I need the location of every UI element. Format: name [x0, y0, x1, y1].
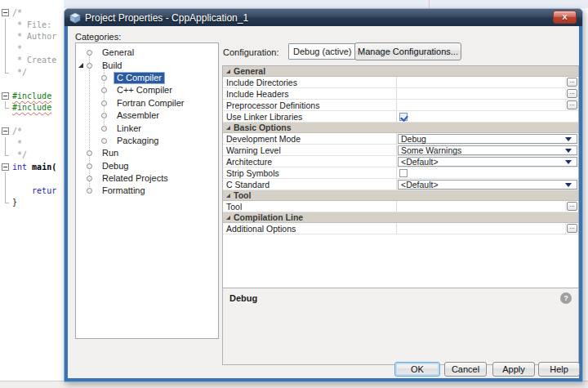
- section-collapse-icon: [226, 126, 230, 130]
- tree-item-related-projects[interactable]: Related Projects: [76, 172, 218, 185]
- browse-ellipsis-button[interactable]: ...: [567, 224, 577, 233]
- code-line: *: [0, 137, 22, 149]
- use-linker-libraries-checkbox[interactable]: [399, 113, 408, 121]
- tree-item-packaging[interactable]: Packaging: [76, 135, 218, 147]
- code-line: [0, 172, 12, 185]
- help-circle-icon[interactable]: ?: [560, 292, 572, 304]
- project-properties-dialog: Project Properties - CppApplication_1 X …: [64, 8, 583, 382]
- code-editor[interactable]: /* * File: * Author * * Create */ #inclu…: [0, 0, 64, 381]
- tree-item-c-compiler[interactable]: C Compiler: [76, 72, 218, 84]
- cancel-button[interactable]: Cancel: [444, 362, 487, 377]
- help-button[interactable]: Help: [538, 362, 580, 377]
- development-mode-select[interactable]: Debug: [398, 134, 577, 144]
- dialog-content: Categories: General Build C Compiler C++…: [68, 26, 579, 378]
- fold-collapse-icon[interactable]: [0, 7, 12, 19]
- description-title: Debug: [229, 293, 572, 303]
- property-label: Preprocessor Definitions: [223, 100, 397, 110]
- tree-item-general[interactable]: General: [76, 47, 218, 59]
- property-label: Development Mode: [223, 133, 397, 144]
- dialog-titlebar[interactable]: Project Properties - CppApplication_1 X: [65, 9, 582, 26]
- dropdown-arrow-icon: [565, 183, 572, 187]
- browse-ellipsis-button[interactable]: ...: [567, 100, 577, 109]
- c-standard-select[interactable]: <Default>: [398, 180, 577, 190]
- close-button[interactable]: X: [553, 11, 577, 24]
- tree-item-fortran-compiler[interactable]: Fortran Compiler: [76, 97, 218, 109]
- node-icon: [87, 188, 92, 194]
- browse-ellipsis-button[interactable]: ...: [567, 89, 577, 98]
- property-label: Include Directories: [223, 77, 397, 87]
- apply-button[interactable]: Apply: [492, 362, 535, 377]
- node-icon: [87, 63, 92, 69]
- include-directories-value[interactable]: [397, 77, 565, 87]
- property-row: Include Directories ...: [223, 77, 578, 88]
- expand-triangle-icon[interactable]: [78, 63, 83, 68]
- code-line: * Create: [0, 54, 56, 66]
- code-line: *: [0, 42, 22, 55]
- tree-item-debug[interactable]: Debug: [76, 160, 218, 172]
- code-line: #include: [0, 90, 51, 102]
- property-row: Tool ...: [223, 201, 578, 212]
- section-collapse-icon: [226, 194, 230, 198]
- section-header-basic-options[interactable]: Basic Options: [223, 123, 578, 133]
- configuration-label: Configuration:: [223, 47, 279, 57]
- property-label: Tool: [223, 201, 397, 212]
- section-header-tool[interactable]: Tool: [223, 190, 578, 201]
- property-label: Architecture: [223, 156, 397, 167]
- property-row: Additional Options ...: [223, 223, 578, 234]
- code-line: [0, 114, 12, 126]
- property-label: C Standard: [223, 179, 397, 190]
- property-row: Preprocessor Definitions ...: [223, 100, 578, 111]
- code-line: retur: [0, 185, 56, 197]
- code-line: [0, 78, 12, 90]
- property-row: Warning Level Some Warnings: [223, 145, 578, 156]
- fold-collapse-icon[interactable]: [0, 90, 12, 102]
- include-headers-value[interactable]: [397, 88, 565, 99]
- tree-item-run[interactable]: Run: [76, 147, 218, 159]
- ide-top-strip: [49, 0, 588, 8]
- screen: /* * File: * Author * * Create */ #inclu…: [0, 0, 588, 388]
- description-panel: Debug ?: [223, 288, 578, 364]
- code-line: /*: [0, 7, 22, 19]
- code-line: #include: [0, 101, 51, 114]
- fold-collapse-icon[interactable]: [0, 125, 12, 137]
- property-row: Strip Symbols: [223, 167, 578, 179]
- node-icon: [101, 138, 107, 144]
- manage-configurations-button[interactable]: Manage Configurations...: [354, 42, 461, 60]
- property-label: Warning Level: [223, 145, 397, 155]
- section-header-compilation-line[interactable]: Compilation Line: [223, 212, 578, 223]
- tree-item-cpp-compiler[interactable]: C++ Compiler: [76, 84, 218, 96]
- section-collapse-icon: [226, 69, 230, 74]
- architecture-select[interactable]: <Default>: [398, 157, 577, 167]
- tree-item-linker[interactable]: Linker: [76, 122, 218, 134]
- dropdown-arrow-icon: [565, 137, 572, 141]
- code-line: /*: [0, 125, 22, 137]
- code-line: */: [0, 149, 27, 161]
- property-row: Include Headers ...: [223, 88, 578, 100]
- node-icon: [101, 87, 107, 93]
- property-row: Architecture <Default>: [223, 156, 578, 167]
- property-label: Use Linker Libraries: [223, 111, 397, 122]
- node-icon: [87, 150, 92, 156]
- browse-ellipsis-button[interactable]: ...: [567, 78, 577, 87]
- tree-item-build[interactable]: Build: [76, 59, 218, 71]
- dialog-title: Project Properties - CppApplication_1: [85, 12, 248, 24]
- ok-button[interactable]: OK: [394, 362, 440, 377]
- node-icon: [101, 126, 107, 132]
- property-row: Development Mode Debug: [223, 133, 578, 145]
- fold-collapse-icon[interactable]: [0, 161, 12, 173]
- editor-margin-line: [429, 0, 430, 8]
- warning-level-select[interactable]: Some Warnings: [398, 145, 577, 155]
- tree-item-formatting[interactable]: Formatting: [76, 185, 218, 197]
- property-row: C Standard <Default>: [223, 179, 578, 190]
- tool-value[interactable]: [397, 201, 565, 212]
- tree-item-assembler[interactable]: Assembler: [76, 109, 218, 122]
- additional-options-value[interactable]: [397, 223, 565, 234]
- property-label: Strip Symbols: [223, 167, 397, 178]
- browse-ellipsis-button[interactable]: ...: [567, 202, 577, 211]
- property-sheet: General Include Directories ... Include …: [222, 65, 579, 365]
- strip-symbols-checkbox[interactable]: [399, 169, 408, 177]
- preprocessor-definitions-value[interactable]: [397, 100, 565, 110]
- section-header-general[interactable]: General: [223, 66, 578, 77]
- dropdown-arrow-icon: [565, 160, 572, 164]
- property-label: Include Headers: [223, 88, 397, 99]
